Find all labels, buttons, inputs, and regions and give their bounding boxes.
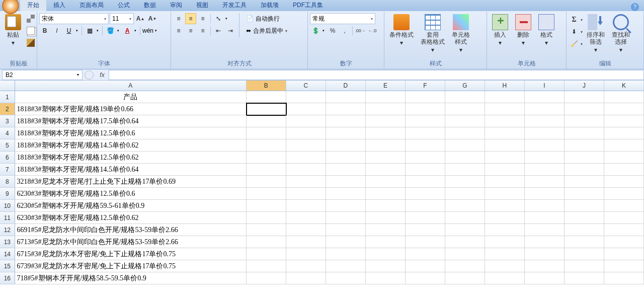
row-header[interactable]: 6 (0, 152, 15, 164)
cell-K14[interactable] (604, 248, 644, 260)
cell-I3[interactable] (525, 115, 565, 127)
cell-G1[interactable] (445, 91, 485, 103)
cell-F4[interactable] (406, 127, 445, 139)
cell-B3[interactable] (247, 115, 286, 127)
merge-center-button[interactable]: ⬌ 合并后居中 ▾ (243, 25, 291, 36)
cell-B13[interactable] (247, 236, 286, 248)
cell-J5[interactable] (565, 139, 604, 152)
cell-B9[interactable] (247, 188, 286, 200)
cell-K2[interactable] (604, 103, 644, 115)
cell-D1[interactable] (326, 91, 366, 103)
cell-A5[interactable]: 1818#3#塑钢本牙密尾/规格14.5单价0.62 (15, 139, 247, 152)
cell-G2[interactable] (445, 103, 485, 115)
cell-E11[interactable] (366, 212, 406, 224)
cell-G5[interactable] (445, 139, 485, 152)
cell-E1[interactable] (366, 91, 406, 103)
cell-J4[interactable] (565, 127, 604, 139)
cell-E5[interactable] (366, 139, 406, 152)
cell-K8[interactable] (604, 176, 644, 188)
cell-J8[interactable] (565, 176, 604, 188)
cell-D16[interactable] (326, 272, 366, 284)
cell-A1[interactable]: 产品 (15, 91, 247, 103)
cell-H12[interactable] (485, 224, 525, 236)
row-header[interactable]: 9 (0, 188, 15, 200)
cell-C6[interactable] (286, 152, 326, 164)
cell-G9[interactable] (445, 188, 485, 200)
cell-E13[interactable] (366, 236, 406, 248)
comma-button[interactable]: , (339, 25, 350, 36)
cell-A2[interactable]: 1818#3#塑钢本牙密尾/规格19单价0.66 (15, 103, 247, 115)
cell-A16[interactable]: 718#5#塑钢本牙开尾/规格58.5-59.5单价0.9 (15, 272, 247, 284)
spreadsheet-grid[interactable]: ABCDEFGHIJK 1产品21818#3#塑钢本牙密尾/规格19单价0.66… (0, 81, 644, 297)
cell-D3[interactable] (326, 115, 366, 127)
cell-G15[interactable] (445, 260, 485, 272)
cell-I12[interactable] (525, 224, 565, 236)
cell-J15[interactable] (565, 260, 604, 272)
cell-F5[interactable] (406, 139, 445, 152)
cell-C13[interactable] (286, 236, 326, 248)
decrease-decimal-button[interactable]: ←.0 (367, 25, 378, 36)
align-right-button[interactable]: ≡ (197, 25, 208, 36)
row-header[interactable]: 4 (0, 127, 15, 139)
cell-G12[interactable] (445, 224, 485, 236)
fx-button[interactable]: fx (96, 71, 109, 79)
cell-E3[interactable] (366, 115, 406, 127)
cell-C8[interactable] (286, 176, 326, 188)
cell-K6[interactable] (604, 152, 644, 164)
cell-E6[interactable] (366, 152, 406, 164)
cell-A10[interactable]: 6230#5#塑钢本牙开尾/规格59.5-61单价0.9 (15, 200, 247, 212)
cell-B6[interactable] (247, 152, 286, 164)
tab-视图[interactable]: 视图 (189, 0, 215, 11)
cell-I5[interactable] (525, 139, 565, 152)
cell-D14[interactable] (326, 248, 366, 260)
fill-button[interactable]: ⬇ (569, 26, 580, 37)
cell-I10[interactable] (525, 200, 565, 212)
cell-D9[interactable] (326, 188, 366, 200)
cell-J2[interactable] (565, 103, 604, 115)
conditional-formatting-button[interactable]: 条件格式▾ (386, 13, 417, 47)
tab-开发工具[interactable]: 开发工具 (215, 0, 254, 11)
cell-F2[interactable] (406, 103, 445, 115)
cell-J7[interactable] (565, 164, 604, 176)
cell-K7[interactable] (604, 164, 644, 176)
cell-F12[interactable] (406, 224, 445, 236)
cell-I14[interactable] (525, 248, 565, 260)
cell-H14[interactable] (485, 248, 525, 260)
cell-C5[interactable] (286, 139, 326, 152)
col-header-H[interactable]: H (485, 81, 525, 91)
cell-F11[interactable] (406, 212, 445, 224)
align-left-button[interactable]: ≡ (173, 25, 184, 36)
cell-C15[interactable] (286, 260, 326, 272)
cell-I7[interactable] (525, 164, 565, 176)
cell-F7[interactable] (406, 164, 445, 176)
cell-I11[interactable] (525, 212, 565, 224)
cell-I6[interactable] (525, 152, 565, 164)
cell-F1[interactable] (406, 91, 445, 103)
fill-color-button[interactable]: 🪣▾ (105, 25, 121, 36)
align-top-button[interactable]: ≡ (173, 13, 184, 24)
cell-J16[interactable] (565, 272, 604, 284)
cell-D8[interactable] (326, 176, 366, 188)
tab-页面布局[interactable]: 页面布局 (72, 0, 111, 11)
underline-button[interactable]: U▾ (63, 25, 79, 36)
select-all-corner[interactable] (0, 81, 15, 91)
cell-H4[interactable] (485, 127, 525, 139)
cell-H9[interactable] (485, 188, 525, 200)
align-bottom-button[interactable]: ≡ (197, 13, 208, 24)
font-size-select[interactable]: 11▾ (110, 13, 134, 24)
cell-G8[interactable] (445, 176, 485, 188)
cell-A13[interactable]: 6713#5#尼龙防水中间印白色开尾/规格53-59单价2.66 (15, 236, 247, 248)
cell-E9[interactable] (366, 188, 406, 200)
cell-K4[interactable] (604, 127, 644, 139)
cell-K10[interactable] (604, 200, 644, 212)
cell-B2[interactable] (247, 103, 286, 115)
sort-filter-button[interactable]: 排序和 筛选▾ (584, 13, 608, 54)
cell-I15[interactable] (525, 260, 565, 272)
tab-插入[interactable]: 插入 (46, 0, 72, 11)
font-color-button[interactable]: A▾ (122, 25, 138, 36)
cell-D11[interactable] (326, 212, 366, 224)
cell-E10[interactable] (366, 200, 406, 212)
cell-E15[interactable] (366, 260, 406, 272)
cell-J3[interactable] (565, 115, 604, 127)
cell-C2[interactable] (286, 103, 326, 115)
